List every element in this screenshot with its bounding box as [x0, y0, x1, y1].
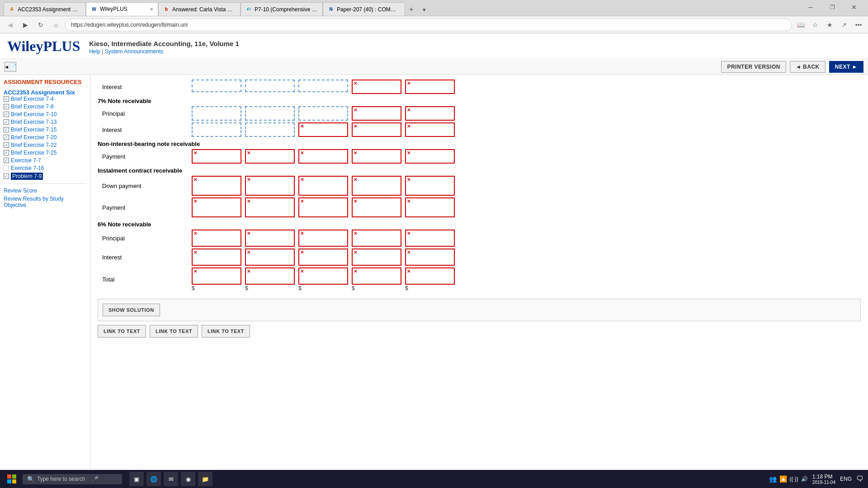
principal-7pct-input-2[interactable] — [245, 106, 295, 121]
sidebar-item-be713[interactable]: ✓ Brief Exercise 7-13 — [4, 119, 86, 125]
back-button[interactable]: ◄ BACK — [790, 61, 826, 73]
help-link[interactable]: Help — [89, 48, 100, 55]
notification-center-icon[interactable]: 🗨 — [856, 475, 863, 483]
sidebar-link-be725[interactable]: Brief Exercise 7-25 — [11, 150, 57, 156]
inst-pay-input-1[interactable]: ✕ — [192, 197, 241, 217]
p6-input-1[interactable]: ✕ — [192, 230, 241, 247]
link-to-text-button-1[interactable]: LINK TO TEXT — [98, 325, 146, 338]
people-icon[interactable]: 👥 — [769, 475, 777, 483]
interest-input-4[interactable]: ✕ — [352, 80, 401, 94]
t6-input-3[interactable]: ✕ — [298, 267, 348, 285]
principal-7pct-input-1[interactable] — [192, 106, 241, 121]
minimize-button[interactable]: ─ — [800, 0, 821, 14]
nonint-input-5[interactable]: ✕ — [405, 149, 455, 164]
interest-input-1[interactable] — [192, 80, 241, 92]
t6-input-2[interactable]: ✕ — [245, 267, 295, 285]
interest-7pct-input-5[interactable]: ✕ — [405, 122, 455, 137]
reading-view-icon[interactable]: 📖 — [795, 19, 807, 31]
downpay-input-5[interactable]: ✕ — [405, 176, 455, 196]
interest-input-5[interactable]: ✕ — [405, 80, 455, 94]
taskbar-search[interactable]: 🔍 Type here to search 🎤 — [23, 474, 122, 484]
folder-taskbar-icon[interactable]: 📁 — [198, 472, 212, 486]
sidebar-item-be710[interactable]: ✓ Brief Exercise 7-10 — [4, 111, 86, 117]
interest-7pct-input-4[interactable]: ✕ — [352, 122, 401, 137]
sidebar-item-be722[interactable]: ✓ Brief Exercise 7-22 — [4, 142, 86, 148]
link-to-text-button-3[interactable]: LINK TO TEXT — [202, 325, 250, 338]
share-icon[interactable]: ↗ — [838, 19, 850, 31]
interest-7pct-input-1[interactable] — [192, 122, 241, 137]
next-button[interactable]: NEXT ► — [829, 61, 863, 73]
sidebar-link-be74[interactable]: Brief Exercise 7-4 — [11, 96, 54, 102]
link-to-text-button-2[interactable]: LINK TO TEXT — [150, 325, 198, 338]
tab-wileyplus[interactable]: W WileyPLUS ✕ — [86, 2, 158, 16]
i6-input-4[interactable]: ✕ — [352, 249, 401, 266]
downpay-input-4[interactable]: ✕ — [352, 176, 401, 196]
interest-input-2[interactable] — [245, 80, 295, 92]
sidebar-link-be720[interactable]: Brief Exercise 7-20 — [11, 134, 57, 141]
more-icon[interactable]: ••• — [853, 19, 864, 31]
sidebar-collapse-button[interactable]: ◄ 📄 — [5, 62, 16, 72]
nonint-input-4[interactable]: ✕ — [352, 149, 401, 164]
downpay-input-3[interactable]: ✕ — [298, 176, 348, 196]
restore-button[interactable]: ❐ — [822, 0, 843, 14]
sidebar-item-be74[interactable]: ✓ Brief Exercise 7-4 — [4, 96, 86, 102]
t6-input-4[interactable]: ✕ — [352, 267, 401, 285]
downpay-input-2[interactable]: ✕ — [245, 176, 295, 196]
p6-input-5[interactable]: ✕ — [405, 230, 455, 247]
p6-input-3[interactable]: ✕ — [298, 230, 348, 247]
principal-7pct-input-5[interactable]: ✕ — [405, 106, 455, 121]
sidebar-item-be720[interactable]: ✓ Brief Exercise 7-20 — [4, 134, 86, 141]
nonint-input-2[interactable]: ✕ — [245, 149, 295, 164]
tab-acc2353[interactable]: A ACC2353 Assignment Six - — [4, 2, 86, 16]
inst-pay-input-3[interactable]: ✕ — [298, 197, 348, 217]
sidebar-course-title[interactable]: ACC2353 Assignment Six — [4, 89, 75, 96]
p6-input-2[interactable]: ✕ — [245, 230, 295, 247]
downpay-input-1[interactable]: ✕ — [192, 176, 241, 196]
principal-7pct-input-4[interactable]: ✕ — [352, 106, 401, 121]
i6-input-3[interactable]: ✕ — [298, 249, 348, 266]
chrome-taskbar-icon[interactable]: ◉ — [181, 472, 195, 486]
start-button[interactable] — [5, 472, 19, 486]
i6-input-2[interactable]: ✕ — [245, 249, 295, 266]
printer-version-button[interactable]: PRINTER VERSION — [721, 61, 786, 73]
i6-input-1[interactable]: ✕ — [192, 249, 241, 266]
t6-input-5[interactable]: ✕ — [405, 267, 455, 285]
show-solution-button[interactable]: SHOW SOLUTION — [103, 304, 160, 316]
sidebar-item-be725[interactable]: ✓ Brief Exercise 7-25 — [4, 150, 86, 156]
tab-p7-10[interactable]: 🏷 P7-10 (Comprehensive Re — [241, 2, 323, 16]
sidebar-item-be78[interactable]: ✓ Brief Exercise 7-8 — [4, 103, 86, 110]
back-nav-button[interactable]: ◀ — [4, 19, 16, 31]
network-icon[interactable]: ((·)) — [790, 476, 798, 482]
favorites-bar-icon[interactable]: ★ — [824, 19, 835, 31]
taskview-icon[interactable]: ▣ — [129, 472, 144, 486]
tab-close-2[interactable]: ✕ — [150, 7, 153, 12]
sidebar-link-p79[interactable]: Problem 7-9 — [11, 173, 43, 180]
sidebar-item-ex77[interactable]: ✓ Exercise 7-7 — [4, 157, 86, 164]
nonint-input-3[interactable]: ✕ — [298, 149, 348, 164]
t6-input-1[interactable]: ✕ — [192, 267, 241, 285]
principal-7pct-input-3[interactable] — [298, 106, 348, 121]
nonint-input-1[interactable]: ✕ — [192, 149, 241, 164]
mail-taskbar-icon[interactable]: ✉ — [164, 472, 178, 486]
favorites-icon[interactable]: ☆ — [809, 19, 821, 31]
sidebar-link-ex77[interactable]: Exercise 7-7 — [11, 157, 41, 164]
sidebar-link-be722[interactable]: Brief Exercise 7-22 — [11, 142, 57, 148]
sidebar-link-be710[interactable]: Brief Exercise 7-10 — [11, 111, 57, 117]
microphone-icon[interactable]: 🎤 — [91, 476, 99, 483]
sidebar-link-be715[interactable]: Brief Exercise 7-15 — [11, 127, 57, 133]
sidebar-link-be78[interactable]: Brief Exercise 7-8 — [11, 103, 54, 110]
home-button[interactable]: ⌂ — [50, 19, 62, 31]
volume-icon[interactable]: 🔊 — [801, 476, 808, 482]
sidebar-item-ex716[interactable]: Exercise 7-16 — [4, 165, 86, 171]
review-score-link[interactable]: Review Score — [4, 188, 86, 194]
sidebar-link-ex716[interactable]: Exercise 7-16 — [11, 165, 44, 171]
inst-pay-input-5[interactable]: ✕ — [405, 197, 455, 217]
inst-pay-input-4[interactable]: ✕ — [352, 197, 401, 217]
p6-input-4[interactable]: ✕ — [352, 230, 401, 247]
close-button[interactable]: ✕ — [844, 0, 864, 14]
new-tab-button[interactable]: + — [405, 3, 418, 16]
url-bar[interactable]: https://edugen.wileyplus.com/edugen/lti/… — [65, 19, 792, 31]
forward-nav-button[interactable]: ▶ — [19, 19, 32, 31]
notification-icon[interactable]: 🔼 — [779, 475, 787, 483]
tab-overflow-button[interactable]: ▾ — [418, 3, 430, 16]
